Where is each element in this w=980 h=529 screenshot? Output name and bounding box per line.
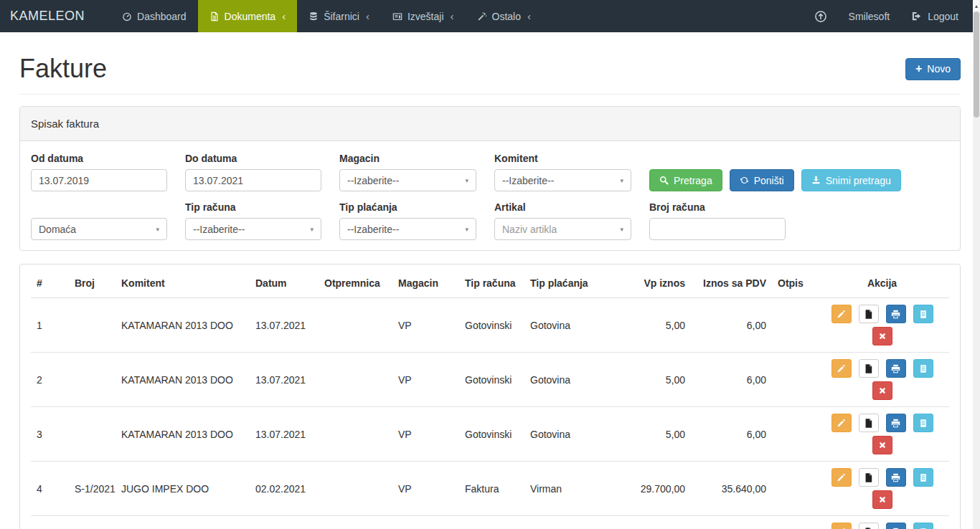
invoice-table-card: # Broj Komitent Datum Otpremnica Magacin… — [19, 264, 961, 529]
broj-racuna-input[interactable] — [649, 218, 786, 240]
document-button[interactable] — [859, 468, 879, 487]
nav-sifarnici[interactable]: Šifarnici ‹ — [297, 0, 381, 32]
cell-datum: 13.07.2021 — [250, 353, 319, 407]
nav-ostalo[interactable]: Ostalo ‹ — [466, 0, 542, 32]
brand[interactable]: KAMELEON — [0, 0, 95, 32]
komitent-select[interactable]: --Izaberite-- ▾ — [494, 169, 631, 191]
circle-arrow-up-icon[interactable] — [814, 10, 827, 23]
do-datuma-input[interactable] — [185, 169, 321, 191]
col-otpis: Otpis — [772, 269, 815, 298]
document-button[interactable] — [859, 359, 879, 378]
col-iznos-sa-pdv: Iznos sa PDV — [691, 269, 772, 298]
ponisti-button[interactable]: Poništi — [730, 169, 794, 191]
col-datum: Datum — [250, 269, 319, 298]
document-button[interactable] — [859, 523, 879, 529]
file-icon — [864, 419, 872, 428]
artikal-select[interactable]: Naziv artikla ▾ — [494, 218, 631, 240]
cell-magacin: VP — [392, 462, 459, 516]
delete-button[interactable] — [872, 327, 892, 345]
list-button[interactable] — [913, 414, 933, 432]
pencil-icon — [837, 419, 846, 428]
cell-tip-placanja: Gotovina — [524, 407, 618, 462]
cell-komitent — [116, 516, 250, 529]
magacin-value: --Izaberite-- — [347, 175, 399, 186]
delete-button[interactable] — [872, 436, 892, 454]
cell-broj — [69, 407, 116, 462]
cell-datum: 02.02.2021 — [250, 462, 319, 516]
file-icon — [864, 364, 872, 373]
print-button[interactable] — [886, 359, 906, 378]
cell-otpis — [772, 462, 815, 516]
cell-broj — [69, 516, 116, 529]
print-button[interactable] — [886, 523, 906, 529]
refresh-icon — [740, 176, 749, 185]
document-button[interactable] — [859, 414, 879, 432]
valuta-select[interactable]: Domaća ▾ — [31, 218, 167, 240]
pretraga-button[interactable]: Pretraga — [649, 169, 722, 191]
cell-akcija — [815, 353, 949, 407]
edit-button[interactable] — [831, 305, 852, 323]
delete-button[interactable] — [872, 490, 892, 509]
edit-button[interactable] — [831, 359, 852, 378]
list-button[interactable] — [913, 359, 933, 378]
tip-racuna-select[interactable]: --Izaberite-- ▾ — [185, 218, 321, 240]
action-buttons — [821, 359, 943, 400]
print-button[interactable] — [886, 468, 906, 487]
tip-placanja-select[interactable]: --Izaberite-- ▾ — [339, 218, 476, 240]
nav-izvestaji[interactable]: Izveštaji ‹ — [381, 0, 466, 32]
document-button[interactable] — [859, 305, 879, 323]
cell-num: 2 — [31, 353, 69, 407]
tip-racuna-label: Tip računa — [185, 201, 321, 213]
print-button[interactable] — [886, 305, 906, 323]
cell-vp-iznos: 5,00 — [618, 353, 691, 407]
snimi-pretragu-button[interactable]: Snimi pretragu — [801, 169, 901, 191]
cell-vp-iznos: 5,00 — [618, 298, 691, 353]
cell-otpis — [772, 353, 815, 407]
edit-button[interactable] — [831, 468, 852, 487]
tip-placanja-value: --Izaberite-- — [347, 224, 399, 235]
valuta-field: Domaća ▾ — [31, 201, 167, 240]
scroll-up-arrow[interactable]: ▲ — [973, 0, 980, 11]
delete-button[interactable] — [872, 381, 892, 400]
scrollbar[interactable]: ▲ — [973, 0, 980, 529]
cell-komitent: KATAMARAN 2013 DOO — [116, 353, 250, 407]
novo-button[interactable]: + Novo — [905, 58, 961, 80]
nav-company[interactable]: Smilesoft — [849, 11, 890, 22]
list-button[interactable] — [913, 523, 933, 529]
nav-label: Dashboard — [137, 11, 187, 22]
do-datuma-label: Do datuma — [185, 153, 321, 164]
scrollbar-thumb[interactable] — [974, 11, 979, 118]
list-icon — [919, 310, 928, 319]
snimi-pretragu-label: Snimi pretragu — [826, 175, 891, 186]
edit-button[interactable] — [831, 523, 852, 529]
edit-button[interactable] — [831, 414, 852, 432]
logout-button[interactable]: Logout — [911, 11, 958, 22]
nav-label: Ostalo — [492, 11, 521, 22]
tip-placanja-label: Tip plaćanja — [339, 201, 476, 213]
cell-komitent: JUGO IMPEX DOO — [116, 462, 250, 516]
cell-otpis — [772, 516, 815, 529]
artikal-label: Artikal — [494, 201, 631, 213]
cell-iznos-sa-pdv: 6,00 — [691, 298, 772, 353]
search-icon — [659, 176, 669, 185]
cell-iznos-sa-pdv: 6,00 — [691, 407, 772, 462]
cell-tip-placanja — [524, 516, 618, 529]
download-icon — [811, 176, 821, 185]
magacin-select[interactable]: --Izaberite-- ▾ — [339, 169, 476, 191]
print-button[interactable] — [886, 414, 906, 432]
nav-dokumenta[interactable]: Dokumenta ‹ — [198, 0, 298, 32]
od-datuma-input[interactable] — [31, 169, 167, 191]
artikal-field: Artikal Naziv artikla ▾ — [494, 201, 631, 240]
nav-dashboard[interactable]: Dashboard — [110, 0, 198, 32]
cell-akcija — [815, 516, 949, 529]
table-row — [31, 516, 949, 529]
nav-label: Šifarnici — [324, 11, 359, 22]
col-num: # — [31, 269, 69, 298]
komitent-field: Komitent --Izaberite-- ▾ — [494, 153, 631, 191]
cell-tip-placanja: Gotovina — [524, 298, 618, 353]
list-button[interactable] — [913, 305, 933, 323]
cell-vp-iznos: 29.700,00 — [618, 462, 691, 516]
list-button[interactable] — [913, 468, 933, 487]
cell-datum: 13.07.2021 — [250, 298, 319, 353]
cell-otpremnica — [319, 298, 392, 353]
